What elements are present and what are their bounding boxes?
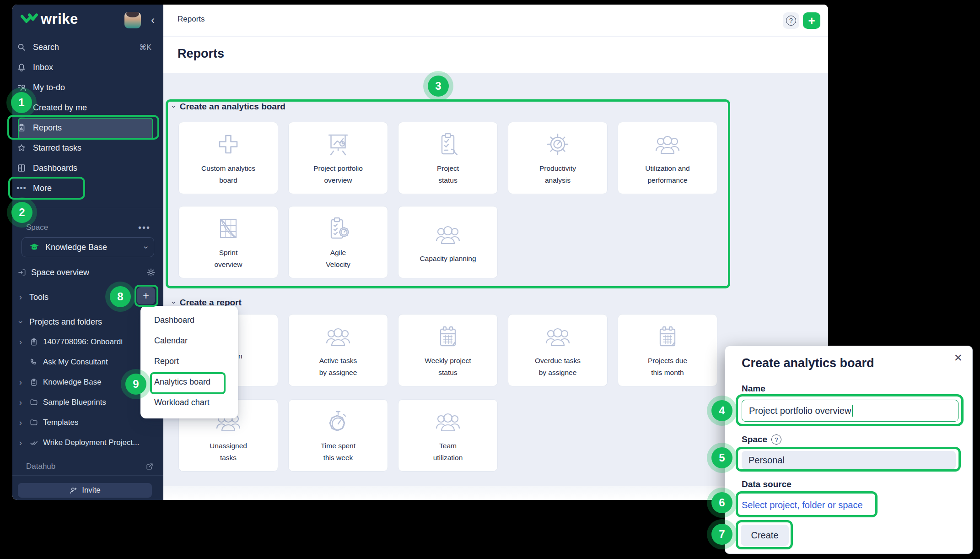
sidebar-item-my-todo[interactable]: My to-do: [12, 77, 163, 98]
card-capacity-planning[interactable]: Capacity planning: [398, 206, 498, 278]
card-weekly-project-status[interactable]: Weekly project status: [398, 314, 498, 386]
collapse-sidebar-icon[interactable]: ‹: [151, 16, 155, 25]
chevron-right-icon: ›: [16, 438, 25, 448]
chevron-right-icon: ›: [16, 337, 25, 347]
space-field-label: Space ?: [742, 434, 781, 445]
card-label: Project: [437, 163, 459, 174]
card-agile-velocity[interactable]: Agile Velocity: [288, 206, 388, 278]
graduation-cap-icon: [29, 242, 39, 252]
chevron-down-icon: ›: [169, 301, 178, 304]
tree-item-label: Templates: [43, 418, 78, 427]
stopwatch-icon: [323, 407, 353, 436]
space-overflow-icon[interactable]: •••: [138, 223, 151, 233]
gear-icon[interactable]: [146, 267, 156, 277]
sidebar-item-dashboards[interactable]: Dashboards: [12, 158, 163, 178]
create-analytics-board-modal: × Create analytics board Name Project po…: [725, 346, 973, 554]
menu-item-report[interactable]: Report: [140, 351, 238, 372]
field-label-text: Data source: [742, 479, 792, 489]
phone-icon: [29, 358, 38, 367]
section-header-analytics[interactable]: › Create an analytics board: [172, 102, 285, 112]
clipboard-gauge-icon: [323, 214, 353, 243]
team-icon: [433, 220, 463, 249]
plus-icon: +: [808, 14, 815, 28]
logo-row: wrike ‹: [12, 5, 163, 35]
wrike-logo-icon: [21, 11, 38, 27]
card-label: Overdue tasks: [535, 355, 581, 367]
chevron-right-icon: ›: [16, 418, 25, 428]
card-sprint-overview[interactable]: Sprint overview: [178, 206, 278, 278]
create-button[interactable]: Create: [741, 525, 789, 546]
space-selector-label: Knowledge Base: [45, 243, 107, 252]
card-label: by assignee: [319, 367, 357, 379]
card-label: overview: [324, 174, 352, 186]
user-avatar[interactable]: [124, 12, 141, 28]
close-icon[interactable]: ×: [954, 350, 962, 365]
space-selector[interactable]: Knowledge Base ›: [22, 237, 154, 257]
tree-item-label: Wrike Deployment Project...: [43, 438, 139, 447]
sidebar-item-reports[interactable]: Reports: [12, 118, 163, 138]
help-circle-icon[interactable]: ?: [771, 434, 781, 445]
chevron-right-icon: ›: [16, 398, 25, 407]
tree-item-label: Ask My Consultant: [43, 358, 108, 367]
space-select[interactable]: Personal: [742, 451, 956, 469]
calendar-icon: [433, 322, 463, 351]
sidebar-item-label: Reports: [33, 123, 62, 133]
sidebar-item-datahub[interactable]: Datahub: [12, 456, 163, 477]
menu-item-calendar[interactable]: Calendar: [140, 331, 238, 351]
dashboard-grid-icon: [16, 163, 27, 173]
sidebar-item-inbox[interactable]: Inbox: [12, 57, 163, 77]
menu-item-workload-chart[interactable]: Workload chart: [140, 392, 238, 413]
chevron-down-icon: ›: [16, 318, 26, 326]
sidebar-item-space-overview[interactable]: Space overview: [12, 262, 163, 282]
menu-item-analytics-board[interactable]: Analytics board: [140, 372, 238, 392]
menu-item-dashboard[interactable]: Dashboard: [140, 310, 238, 331]
card-active-tasks-by-assignee[interactable]: Active tasks by assignee: [288, 314, 388, 386]
card-label: Unassigned: [210, 440, 247, 452]
sidebar-item-label: Space overview: [31, 268, 89, 277]
sidebar-item-search[interactable]: Search ⌘K: [12, 37, 163, 57]
sidebar-item-label: Tools: [29, 293, 48, 302]
card-project-status[interactable]: Project status: [398, 122, 498, 194]
star-icon: [16, 143, 27, 153]
wrike-logo-text: wrike: [41, 11, 78, 27]
add-item-button[interactable]: +: [137, 287, 155, 304]
step-number: 7: [719, 528, 725, 541]
card-time-spent-this-week[interactable]: Time spent this week: [288, 399, 388, 472]
sidebar-item-starred-tasks[interactable]: Starred tasks: [12, 138, 163, 158]
search-icon: [16, 42, 27, 52]
card-productivity-analysis[interactable]: Productivity analysis: [508, 122, 608, 194]
card-custom-analytics-board[interactable]: Custom analytics board: [178, 122, 278, 194]
data-source-picker[interactable]: Select project, folder or space: [742, 496, 872, 514]
section-title: Create an analytics board: [180, 102, 285, 112]
card-label: performance: [647, 174, 687, 186]
clipboard-icon: [29, 337, 38, 347]
field-label-text: Name: [742, 384, 765, 394]
card-utilization-performance[interactable]: Utilization and performance: [618, 122, 717, 194]
card-overdue-tasks-by-assignee[interactable]: Overdue tasks by assignee: [508, 314, 608, 386]
chevron-down-icon: ›: [169, 105, 178, 108]
help-button[interactable]: ?: [783, 12, 799, 29]
invite-button[interactable]: Invite: [18, 483, 152, 498]
tutorial-canvas: wrike ‹ Search ⌘K Inbox My to-do Created…: [0, 0, 980, 559]
tree-item-label: Sample Blueprints: [43, 398, 106, 407]
card-team-utilization[interactable]: Team utilization: [398, 399, 498, 472]
sidebar-item-label: Dashboards: [33, 163, 77, 173]
card-label: Velocity: [326, 259, 350, 271]
sidebar: wrike ‹ Search ⌘K Inbox My to-do Created…: [12, 5, 163, 500]
card-project-portfolio-overview[interactable]: Project portfolio overview: [288, 122, 388, 194]
sidebar-item-created-by-me[interactable]: Created by me: [12, 98, 163, 118]
card-projects-due-this-month[interactable]: Projects due this month: [618, 314, 717, 386]
name-input[interactable]: Project portfolio overview: [742, 400, 958, 422]
sidebar-item-more[interactable]: ••• More: [12, 178, 163, 198]
field-label-text: Space: [742, 434, 767, 445]
card-label: Capacity planning: [420, 253, 476, 265]
double-check-icon: [29, 438, 38, 447]
calendar-icon: [653, 322, 682, 351]
card-label: board: [219, 174, 237, 186]
team-icon: [653, 130, 682, 159]
create-new-button[interactable]: +: [803, 12, 820, 29]
wrike-app-window: wrike ‹ Search ⌘K Inbox My to-do Created…: [12, 5, 828, 500]
name-input-value: Project portfolio overview: [749, 406, 851, 416]
tree-item-wrike-deployment[interactable]: › Wrike Deployment Project...: [12, 433, 163, 453]
clipboard-icon: [29, 378, 38, 387]
